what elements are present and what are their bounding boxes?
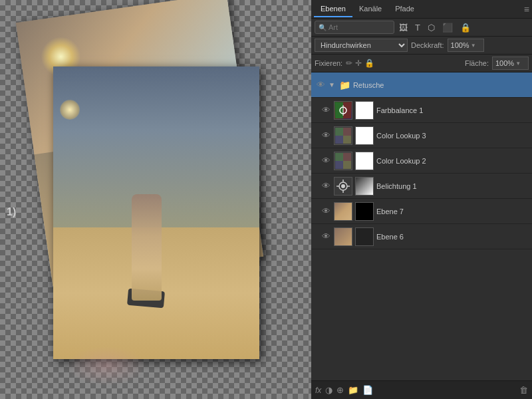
fix-lock-icon[interactable]: 🔒 [364, 59, 374, 68]
layer-name-farbbalance: Farbbalance 1 [376, 106, 528, 114]
fix-label: Fixieren: [315, 59, 342, 67]
eye-ebene-6[interactable]: 👁 [321, 231, 331, 241]
layer-name-ebene-7: Ebene 7 [376, 207, 528, 215]
flache-arrow: ▼ [515, 61, 521, 66]
tab-ebenen[interactable]: Ebenen [314, 1, 352, 17]
layer-name-retusche: Retusche [353, 81, 528, 89]
type-icon[interactable]: T [412, 21, 423, 34]
opacity-label: Deckkraft: [411, 41, 444, 49]
search-input[interactable] [329, 23, 390, 31]
thumb-farbbalance [334, 101, 352, 120]
opacity-value[interactable]: 100% ▼ [448, 39, 484, 52]
blend-row: Hindurchwirken Deckkraft: 100% ▼ [311, 37, 532, 55]
eye-farbbalance[interactable]: 👁 [321, 105, 331, 115]
fx-button[interactable]: fx [315, 386, 321, 395]
label-1: 1) [7, 206, 16, 218]
photo-main [53, 66, 259, 359]
new-adjustment-button[interactable]: ⊕ [336, 385, 344, 395]
layer-belichtung[interactable]: 👁 Belichtung 1 [311, 174, 532, 199]
fix-row: Fixieren: ✏ ✛ 🔒 Fläche: 100% ▼ [311, 55, 532, 72]
flache-label: Fläche: [465, 59, 489, 67]
add-mask-button[interactable]: ◑ [325, 385, 332, 395]
svg-rect-10 [335, 161, 343, 169]
filter-row: 🔍 🖼 T ⬡ ⬛ 🔒 [311, 19, 532, 37]
svg-rect-6 [335, 136, 343, 144]
fix-draw-icon[interactable]: ✏ [346, 59, 352, 68]
layers-list: 👁 ▼ 📁 Retusche 👁 Farbbalance 1 👁 [311, 72, 532, 380]
group-arrow-retusche[interactable]: ▼ [329, 81, 335, 88]
thumb-belichtung [334, 177, 352, 196]
svg-rect-1 [343, 102, 351, 118]
mask-ebene-7 [355, 202, 374, 221]
bottom-bar: fx ◑ ⊕ 📁 📄 🗑 [311, 380, 532, 399]
panel-menu-icon[interactable]: ≡ [524, 4, 529, 15]
fix-move-icon[interactable]: ✛ [355, 59, 362, 68]
eye-ebene-7[interactable]: 👁 [321, 206, 331, 216]
layer-retusche[interactable]: 👁 ▼ 📁 Retusche [311, 72, 532, 98]
svg-rect-8 [335, 153, 343, 161]
svg-rect-11 [343, 161, 351, 169]
new-group-button[interactable]: 📁 [348, 385, 358, 395]
mask-ebene-6 [355, 227, 374, 246]
thumb-color-lookup-3 [334, 126, 352, 145]
delete-layer-button[interactable]: 🗑 [519, 385, 528, 395]
svg-rect-7 [343, 136, 351, 144]
layer-farbbalance[interactable]: 👁 Farbbalance 1 [311, 98, 532, 123]
create-new-icon[interactable]: 🖼 [396, 21, 410, 34]
svg-rect-5 [343, 128, 351, 136]
tab-pfade[interactable]: Pfade [388, 1, 421, 17]
layer-ebene-7[interactable]: 👁 Ebene 7 [311, 199, 532, 224]
svg-rect-0 [335, 102, 343, 118]
smart-object-icon[interactable]: ⬛ [440, 21, 456, 34]
flache-value[interactable]: 100% ▼ [492, 57, 529, 70]
fix-icons: ✏ ✛ 🔒 [346, 59, 374, 68]
svg-point-17 [341, 184, 345, 188]
layer-ebene-6[interactable]: 👁 Ebene 6 [311, 224, 532, 249]
layer-name-ebene-6: Ebene 6 [376, 233, 528, 241]
search-icon: 🔍 [319, 24, 327, 31]
search-box[interactable]: 🔍 [315, 21, 394, 34]
layers-panel: Ebenen Kanäle Pfade ≡ 🔍 🖼 T ⬡ ⬛ 🔒 Hindur… [311, 0, 532, 399]
thumb-color-lookup-2 [334, 152, 352, 170]
mask-belichtung [355, 177, 374, 196]
eye-retusche[interactable]: 👁 [315, 80, 326, 90]
layer-name-color-lookup-3: Color Lookup 3 [376, 132, 528, 140]
svg-rect-9 [343, 153, 351, 161]
tabs-bar: Ebenen Kanäle Pfade ≡ [311, 0, 532, 19]
eye-color-lookup-2[interactable]: 👁 [321, 156, 331, 166]
mask-color-lookup-3 [355, 126, 374, 145]
opacity-arrow: ▼ [471, 43, 476, 49]
eye-color-lookup-3[interactable]: 👁 [321, 130, 331, 140]
canvas-area: 1) [0, 0, 311, 399]
svg-rect-4 [335, 128, 343, 136]
new-layer-button[interactable]: 📄 [362, 385, 373, 395]
mask-color-lookup-2 [355, 152, 374, 170]
blend-mode-select[interactable]: Hindurchwirken [315, 39, 408, 52]
layer-name-color-lookup-2: Color Lookup 2 [376, 157, 528, 165]
thumb-ebene-6 [334, 227, 352, 246]
thumb-ebene-7 [334, 202, 352, 221]
tab-kanale[interactable]: Kanäle [352, 1, 388, 17]
folder-icon-retusche: 📁 [339, 80, 350, 90]
shape-icon[interactable]: ⬡ [425, 21, 438, 34]
layer-color-lookup-3[interactable]: 👁 Color Lookup 3 [311, 123, 532, 148]
eye-belichtung[interactable]: 👁 [321, 181, 331, 191]
mask-farbbalance [355, 101, 374, 120]
lock-icon[interactable]: 🔒 [458, 21, 473, 34]
layer-name-belichtung: Belichtung 1 [376, 182, 528, 190]
layer-color-lookup-2[interactable]: 👁 Color Lookup 2 [311, 148, 532, 174]
